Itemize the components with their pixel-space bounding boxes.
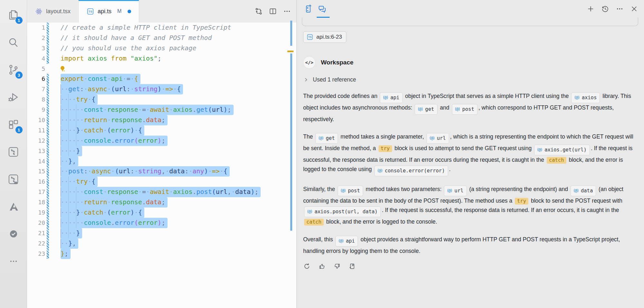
activity-item-source-control[interactable]: 3 — [5, 60, 23, 79]
code-line-2[interactable]: 2// it should have a GET and POST method — [27, 33, 296, 43]
activity-item-more[interactable] — [5, 252, 23, 271]
chat-view-icon[interactable] — [317, 4, 327, 14]
symbol-text: api — [346, 236, 355, 245]
symbol-chip[interactable]: (@)console.error(error) — [374, 166, 448, 176]
insert-into-file-icon[interactable] — [349, 263, 356, 270]
code-line-18[interactable]: 18······return·response.data; — [27, 197, 296, 207]
new-chat-icon[interactable] — [587, 5, 595, 13]
code-line-15[interactable]: 15··post:·async·(url:·string,·data:·any)… — [27, 166, 296, 177]
code-line-4[interactable]: 4import axios from "axios"; — [27, 53, 296, 64]
symbol-chip[interactable]: (@)get — [415, 104, 437, 115]
symbol-icon: (@) — [382, 93, 388, 102]
git-status-modified: M — [117, 8, 121, 14]
code-line-10[interactable]: 10······return·response.data; — [27, 115, 296, 125]
activity-item-run-debug[interactable] — [5, 87, 23, 107]
symbol-chip[interactable]: (@)url — [427, 133, 449, 144]
activity-item-terraform[interactable] — [5, 142, 23, 161]
split-icon[interactable] — [269, 7, 277, 15]
code-line-9[interactable]: 9······const·response·=·await·axios.get(… — [27, 105, 296, 115]
symbol-chip[interactable]: (@)post — [452, 104, 478, 115]
code-line-7[interactable]: 7··get:·async·(url:·string)·=>·{ — [27, 84, 296, 94]
code-line-6[interactable]: 6export·const·api·=·{ — [27, 74, 296, 84]
symbol-chip[interactable]: (@)axios.get(url) — [534, 145, 590, 155]
activity-item-extensions[interactable]: 1 — [5, 115, 23, 134]
azure-icon — [7, 201, 19, 213]
symbol-chip[interactable]: (@)api — [335, 236, 358, 246]
typescript-file-icon: TS — [306, 34, 313, 41]
thumbs-down-icon[interactable] — [333, 263, 341, 270]
symbol-chip[interactable]: (@)axios.post(url, data) — [304, 207, 381, 217]
code-line-14[interactable]: 14··}, — [27, 156, 296, 167]
symbol-chip[interactable]: (@)url — [444, 186, 466, 196]
compare-icon[interactable] — [255, 7, 263, 15]
symbol-chip[interactable]: (@)api — [380, 92, 402, 103]
line-number: 15 — [27, 166, 45, 177]
thumbs-up-icon[interactable] — [318, 263, 326, 270]
line-number: 9 — [27, 105, 45, 115]
copilot-edits-icon[interactable] — [303, 4, 313, 14]
code-editor[interactable]: 1// create a simple HTTP client in TypeS… — [27, 23, 296, 308]
symbol-icon: (@) — [417, 105, 423, 114]
code-line-13[interactable]: 13····} — [27, 146, 296, 156]
unsaved-dot-icon[interactable] — [128, 10, 131, 13]
regenerate-icon[interactable] — [303, 263, 311, 270]
more-h-icon[interactable] — [616, 5, 624, 13]
line-number: 19 — [27, 207, 45, 218]
activity-item-terraform-cloud[interactable] — [5, 169, 23, 189]
chat-paragraph: Overall, this (@)api object provides a s… — [303, 235, 636, 255]
code-line-8[interactable]: 8····try·{ — [27, 94, 296, 105]
scrollbar-mark[interactable] — [290, 53, 292, 231]
modified-line-gutter-mark — [47, 136, 49, 146]
lightbulb-suggestion-icon[interactable] — [59, 65, 66, 73]
symbol-chip[interactable]: (@)get — [315, 133, 338, 144]
activity-item-test-check[interactable] — [5, 224, 23, 244]
chevron-right-icon — [303, 77, 309, 82]
code-line-21[interactable]: 21····} — [27, 228, 296, 238]
ellipsis-icon[interactable] — [283, 7, 291, 15]
symbol-icon: (@) — [455, 105, 460, 114]
symbol-chip[interactable]: (@)axios — [571, 92, 600, 103]
modified-line-gutter-mark — [47, 177, 49, 187]
history-icon[interactable] — [601, 5, 609, 13]
symbol-chip[interactable]: (@)data — [571, 186, 596, 196]
line-number: 2 — [27, 33, 45, 43]
symbol-text: post — [462, 105, 474, 114]
modified-line-gutter-mark — [47, 238, 49, 249]
code-line-16[interactable]: 16····try·{ — [27, 177, 296, 187]
tab-layout.tsx[interactable]: layout.tsx — [27, 0, 79, 23]
symbol-chip[interactable]: (@)post — [338, 186, 363, 196]
activity-item-explorer[interactable]: 1 — [5, 5, 23, 24]
modified-line-gutter-mark — [47, 125, 49, 136]
code-line-22[interactable]: 22··}, — [27, 238, 296, 249]
line-number: 7 — [27, 84, 45, 94]
line-number: 14 — [27, 156, 45, 167]
activity-item-search[interactable] — [5, 33, 23, 52]
code-line-5[interactable]: 5 — [27, 64, 296, 74]
symbol-icon: (@) — [340, 186, 346, 195]
activity-item-azure[interactable] — [5, 197, 23, 216]
chat-input-box-bottom[interactable] — [302, 18, 638, 26]
run-debug-icon — [7, 91, 19, 103]
code-line-19[interactable]: 19····}·catch·(error)·{ — [27, 207, 296, 218]
code-line-17[interactable]: 17······const·response·=·await·axios.pos… — [27, 187, 296, 197]
modified-line-gutter-mark — [47, 146, 49, 156]
code-line-12[interactable]: 12······console.error(error); — [27, 136, 296, 146]
line-number: 6 — [27, 74, 45, 84]
close-icon[interactable] — [630, 5, 638, 13]
used-references-toggle[interactable]: Used 1 reference — [303, 76, 636, 83]
code-line-23[interactable]: 23}; — [27, 249, 296, 259]
modified-line-gutter-mark — [47, 53, 49, 64]
code-line-11[interactable]: 11····}·catch·(error)·{ — [27, 125, 296, 136]
keyword-chip: try — [379, 145, 392, 152]
activity-badge: 1 — [15, 17, 23, 24]
active-tool-underline — [317, 17, 330, 18]
scrollbar-mark[interactable] — [290, 21, 292, 46]
code-line-3[interactable]: 3// you should use the axios package — [27, 43, 296, 53]
tab-api.ts[interactable]: TSapi.tsM — [79, 0, 139, 23]
code-line-20[interactable]: 20······console.error(error); — [27, 218, 296, 228]
code-line-1[interactable]: 1// create a simple HTTP client in TypeS… — [27, 23, 296, 33]
line-number: 1 — [27, 23, 45, 33]
activity-badge: 3 — [15, 72, 23, 79]
file-reference-pill[interactable]: TS api.ts:6-23 — [303, 31, 346, 43]
symbol-icon: (@) — [318, 134, 323, 143]
